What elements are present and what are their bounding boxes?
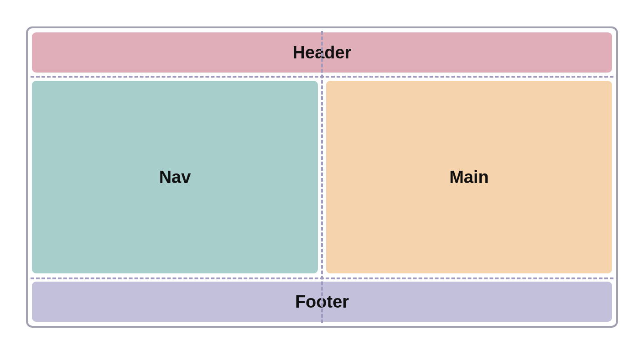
header-region: Header: [31, 31, 613, 74]
header-label: Header: [293, 43, 352, 63]
nav-label: Nav: [159, 168, 191, 187]
footer-region: Footer: [31, 280, 613, 323]
layout-grid: Header Nav Main Footer: [31, 31, 613, 323]
main-label: Main: [449, 168, 489, 187]
main-region: Main: [325, 79, 613, 275]
nav-region: Nav: [31, 79, 319, 275]
layout-diagram: Header Nav Main Footer: [26, 26, 618, 328]
footer-label: Footer: [295, 292, 349, 312]
